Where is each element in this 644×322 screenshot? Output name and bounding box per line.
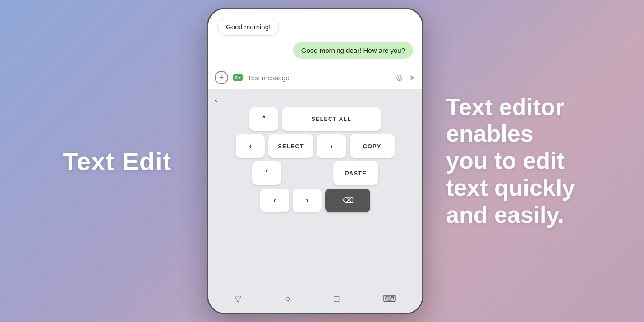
key-select[interactable]: SELECT: [268, 134, 313, 158]
main-layout: Text Edit Good morning! Good morning dea…: [0, 0, 644, 322]
messages-area: Good morning! Good morning dear! How are…: [208, 9, 422, 66]
bottom-nav: ▽ ○ □ ⌨: [213, 289, 418, 310]
key-empty: [285, 161, 330, 185]
key-right[interactable]: ›: [317, 134, 346, 158]
right-text-content: Text editor enables you to edit text qui…: [446, 94, 575, 229]
phone-device: Good morning! Good morning dear! How are…: [207, 8, 423, 314]
key-word-left[interactable]: ‹: [260, 189, 289, 212]
key-copy[interactable]: COPY: [350, 134, 395, 158]
nav-back-icon[interactable]: ▽: [235, 293, 241, 304]
kb-row-1: ˄ SELECT ALL: [213, 107, 418, 131]
phone-wrapper: Good morning! Good morning dear! How are…: [207, 8, 423, 314]
kb-row-3: ˅ PASTE: [213, 161, 418, 185]
key-paste[interactable]: PASTE: [333, 161, 378, 185]
key-down[interactable]: ˅: [252, 161, 281, 185]
input-bar: + 2 ▾ ☺ ➤: [208, 66, 422, 89]
keyboard-back-row: ‹: [213, 92, 418, 107]
text-edit-label: Text Edit: [63, 147, 171, 176]
key-select-all[interactable]: SELECT ALL: [282, 107, 381, 131]
keyboard-rows: ˄ SELECT ALL ‹ SELECT › COPY ˅ PAST: [213, 107, 418, 289]
kb-row-2: ‹ SELECT › COPY: [213, 134, 418, 158]
input-badge: 2 ▾: [233, 74, 243, 81]
message-bubble-1: Good morning!: [217, 18, 279, 36]
keyboard-back-arrow[interactable]: ‹: [215, 95, 217, 105]
text-message-input[interactable]: [248, 74, 390, 82]
keyboard-area: ‹ ˄ SELECT ALL ‹ SELECT › COPY: [208, 89, 422, 313]
key-word-right[interactable]: ›: [293, 189, 322, 212]
key-up[interactable]: ˄: [249, 107, 278, 131]
add-button[interactable]: +: [215, 71, 228, 84]
kb-row-4: ‹ › ⌫: [213, 189, 418, 212]
message-bubble-2: Good morning dear! How are you?: [293, 42, 413, 59]
nav-recents-icon[interactable]: □: [334, 294, 339, 304]
key-left[interactable]: ‹: [236, 134, 265, 158]
right-text-area: Text editor enables you to edit text qui…: [423, 94, 644, 229]
nav-home-icon[interactable]: ○: [285, 294, 290, 304]
nav-keyboard-icon[interactable]: ⌨: [383, 293, 396, 304]
key-backspace[interactable]: ⌫: [325, 189, 370, 212]
emoji-button[interactable]: ☺: [395, 72, 405, 83]
send-button[interactable]: ➤: [409, 73, 416, 83]
left-label-area: Text Edit: [0, 147, 207, 176]
